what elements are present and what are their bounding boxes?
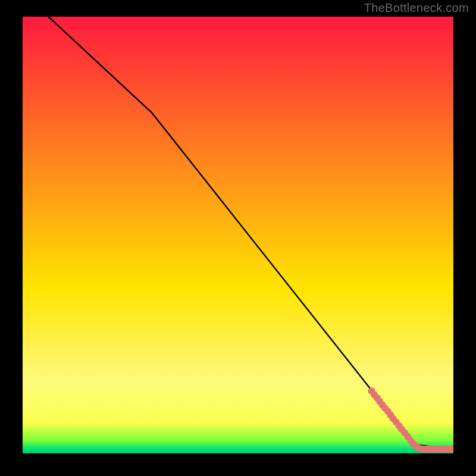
gradient-background xyxy=(23,17,453,453)
watermark-text: TheBottleneck.com xyxy=(364,1,469,15)
chart-stage: TheBottleneck.com xyxy=(0,0,476,476)
chart-plot-area xyxy=(23,17,453,453)
chart-svg xyxy=(23,17,453,453)
